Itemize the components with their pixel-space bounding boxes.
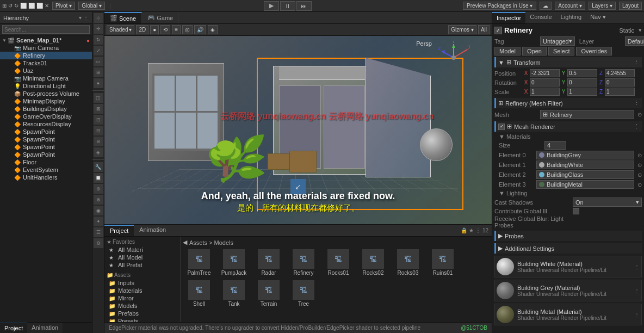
tree-item-6[interactable]: 📦 Post-process Volume	[0, 90, 92, 97]
open-button[interactable]: Open	[522, 47, 547, 55]
strip-icon-move[interactable]: ✛	[94, 24, 103, 34]
layout-button[interactable]: Layout	[619, 2, 642, 10]
tab-scene[interactable]: 🎬 Scene	[104, 12, 142, 23]
tab-game[interactable]: 🎮 Game	[142, 12, 179, 23]
additional-settings-section[interactable]: ▶ Additional Settings	[494, 243, 642, 254]
tab-project-bottom[interactable]: Project	[0, 323, 27, 333]
size-input[interactable]	[544, 141, 566, 150]
tab-lighting[interactable]: Lighting	[556, 12, 586, 23]
strip-icon-g[interactable]: 🔧	[94, 162, 103, 172]
strip-icon-h[interactable]: 🔲	[94, 173, 103, 183]
render-btn1[interactable]: ●	[150, 25, 159, 34]
preview-packages-button[interactable]: Preview Packages in Use ▾	[463, 2, 536, 10]
tab-console[interactable]: Console	[525, 12, 556, 23]
tree-item-1[interactable]: 🔶 Refinery	[0, 52, 92, 59]
model-button[interactable]: Model	[494, 47, 521, 55]
strip-icon-a[interactable]: ◫	[94, 93, 103, 103]
model-item-4[interactable]: 🏗 Rocks01	[322, 248, 355, 277]
strip-icon-transform[interactable]: ⊞	[94, 67, 103, 77]
tree-item-3[interactable]: 🔶 Uaz	[0, 67, 92, 75]
viewport-center-icon[interactable]: ↙	[290, 179, 306, 194]
render-btn2[interactable]: ⟲	[160, 25, 170, 34]
tree-item-5[interactable]: 💡 Directional Light	[0, 82, 92, 90]
tab-nav[interactable]: Nav ▾	[586, 12, 610, 23]
pivot-button[interactable]: Pivot ▾	[52, 2, 75, 10]
tree-item-17[interactable]: 🔶 UnitHandlers	[0, 174, 92, 181]
strip-icon-m[interactable]: ☰	[94, 227, 103, 237]
assets-item-1[interactable]: 📁Materials	[107, 287, 178, 294]
tree-item-scene[interactable]: ▼ 🎬 Scene_Map_01* ●	[0, 36, 92, 44]
strip-icon-l[interactable]: ✦	[94, 217, 103, 226]
strip-icon-dot[interactable]: ●	[94, 78, 103, 88]
hierarchy-search[interactable]	[2, 25, 90, 34]
tree-item-14[interactable]: 🔶 SpawnPoint	[0, 151, 92, 158]
render-btn3[interactable]: ≡	[172, 25, 181, 34]
viewport-gizmo[interactable]: X Y Z	[437, 41, 470, 74]
object-enabled-checkbox[interactable]: ✓	[494, 27, 502, 34]
rotation-y[interactable]	[567, 78, 597, 87]
favorites-item-0[interactable]: ★All Materi	[107, 246, 178, 254]
tree-item-8[interactable]: 🔶 BuildingsDisplay	[0, 105, 92, 113]
model-item-5[interactable]: 🏗 Rocks02	[357, 248, 389, 277]
strip-icon-j[interactable]: ⊗	[94, 195, 103, 205]
strip-icon-f[interactable]: ◈	[94, 147, 103, 157]
el0-value[interactable]: BuildingGrey	[536, 151, 634, 159]
play-button[interactable]: ▶	[264, 1, 279, 11]
el3-value[interactable]: BuildingMetal	[536, 180, 634, 189]
tree-item-4[interactable]: 📷 Minimap Camera	[0, 75, 92, 82]
tree-item-2[interactable]: 🔶 Tracks01	[0, 59, 92, 67]
position-y[interactable]	[567, 69, 597, 77]
shaded-button[interactable]: Shaded ▾	[107, 25, 134, 34]
scene-viewport[interactable]: 🌿 🌳 X Y Z	[104, 36, 492, 224]
materials-header[interactable]: ▼ Materials	[499, 133, 642, 140]
transform-section[interactable]: ▼ ⊞ Transform ⋮	[494, 57, 642, 67]
assets-item-2[interactable]: 📁Mirror	[107, 294, 178, 302]
scale-x[interactable]	[530, 88, 560, 96]
model-item-6[interactable]: 🏗 Rocks03	[392, 248, 424, 277]
tab-animation[interactable]: Animation	[134, 225, 171, 236]
select-button[interactable]: Select	[548, 47, 575, 55]
tree-item-10[interactable]: 🔶 ResourcesDisplay	[0, 120, 92, 128]
mesh-renderer-checkbox[interactable]: ✓	[498, 124, 505, 130]
step-button[interactable]: ⏭	[296, 1, 312, 11]
tree-item-0[interactable]: 📷 Main Camera	[0, 44, 92, 52]
strip-icon-gear[interactable]: ⚙	[94, 238, 103, 248]
model-item-0[interactable]: 🏗 PalmTree	[183, 248, 215, 277]
rotation-z[interactable]	[605, 78, 635, 87]
tab-inspector[interactable]: Inspector	[492, 12, 525, 23]
lighting-header[interactable]: ▼ Lighting	[494, 190, 642, 196]
model-item-10[interactable]: 🏗 Terrain	[252, 279, 285, 308]
mesh-filter-section[interactable]: ⊞ Refinery (Mesh Filter) ⋮	[494, 98, 642, 108]
pause-button[interactable]: ⏸	[280, 1, 295, 11]
strip-icon-k[interactable]: ◉	[94, 206, 103, 215]
strip-icon-scale[interactable]: ⤢	[94, 46, 103, 55]
probes-section[interactable]: ▶ Probes	[494, 231, 642, 241]
el1-value[interactable]: BuildingWhite	[536, 161, 634, 169]
favorites-item-1[interactable]: ★All Model	[107, 254, 178, 261]
tree-item-13[interactable]: 🔶 SpawnPoint	[0, 143, 92, 151]
global-button[interactable]: Global ▾	[78, 2, 105, 10]
assets-item-4[interactable]: 📁Prefabs	[107, 310, 178, 317]
strip-icon-i[interactable]: ⊕	[94, 184, 103, 194]
tag-dropdown[interactable]: Untagged ▾	[540, 36, 575, 46]
tree-item-15[interactable]: 🔶 Floor	[0, 158, 92, 166]
model-item-7[interactable]: 🏗 Ruins01	[426, 248, 459, 277]
strip-icon-rotate[interactable]: ↻	[94, 35, 103, 45]
mesh-value[interactable]: ⊞ Refinery	[540, 110, 634, 119]
model-item-2[interactable]: 🏗 Radar	[252, 248, 285, 277]
strip-icon-e[interactable]: ⊛	[94, 137, 103, 146]
account-button[interactable]: Account ▾	[555, 2, 585, 10]
strip-icon-d[interactable]: ⊟	[94, 126, 103, 135]
assets-item-5[interactable]: 📁Presets	[107, 317, 178, 322]
render-btn4[interactable]: ◎	[182, 25, 193, 34]
el2-value[interactable]: BuildingGlass	[536, 170, 634, 179]
twod-button[interactable]: 2D	[136, 25, 148, 34]
tree-item-9[interactable]: 🔶 GameOverDisplay	[0, 113, 92, 120]
model-item-8[interactable]: 🏗 Shell	[183, 279, 215, 308]
position-z[interactable]	[605, 69, 635, 77]
overrides-button[interactable]: Overrides	[576, 47, 612, 55]
layer-dropdown[interactable]: Default ▾	[625, 36, 644, 46]
contribute-checkbox[interactable]	[573, 208, 579, 214]
assets-item-3[interactable]: 📁Models	[107, 302, 178, 310]
tree-item-16[interactable]: 🔶 EventSystem	[0, 166, 92, 174]
